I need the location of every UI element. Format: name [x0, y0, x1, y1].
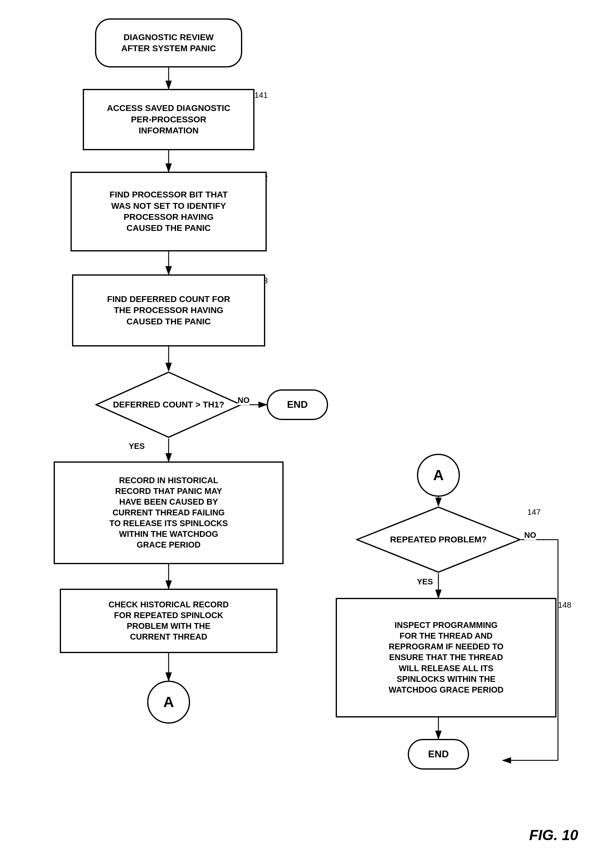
node-142: FIND PROCESSOR BIT THAT WAS NOT SET TO I…: [70, 172, 267, 251]
ref-141: 141: [254, 91, 268, 100]
node-147: REPEATED PROBLEM?: [356, 506, 521, 573]
end-node-1: END: [267, 389, 328, 420]
yes-label-147: YES: [417, 577, 433, 587]
node-142-label: FIND PROCESSOR BIT THAT WAS NOT SET TO I…: [109, 189, 228, 234]
node-145-label: RECORD IN HISTORICAL RECORD THAT PANIC M…: [109, 475, 228, 551]
ref-148: 148: [558, 600, 571, 610]
node-143-label: FIND DEFERRED COUNT FOR THE PROCESSOR HA…: [107, 294, 230, 327]
node-144-label: DEFERRED COUNT > TH1?: [113, 399, 224, 410]
end2-label: END: [428, 748, 449, 761]
diagram-container: DIAGNOSTIC REVIEW AFTER SYSTEM PANIC 141…: [0, 0, 615, 868]
node-148-label: INSPECT PROGRAMMING FOR THE THREAD AND R…: [389, 620, 504, 695]
start-label: DIAGNOSTIC REVIEW AFTER SYSTEM PANIC: [121, 32, 216, 54]
node-143: FIND DEFERRED COUNT FOR THE PROCESSOR HA…: [72, 275, 265, 347]
end1-label: END: [287, 398, 308, 411]
no-label-144: NO: [237, 395, 250, 405]
figure-label: FIG. 10: [529, 827, 578, 843]
node-145: RECORD IN HISTORICAL RECORD THAT PANIC M…: [54, 461, 284, 564]
connector-a-right-label: A: [433, 466, 444, 485]
node-147-label: REPEATED PROBLEM?: [390, 534, 487, 545]
ref-147: 147: [527, 507, 540, 517]
connector-a-left: A: [147, 681, 190, 724]
connector-a-right: A: [417, 454, 460, 497]
node-141: ACCESS SAVED DIAGNOSTIC PER-PROCESSOR IN…: [83, 89, 254, 150]
node-144: DEFERRED COUNT > TH1?: [95, 371, 242, 439]
node-146: CHECK HISTORICAL RECORD FOR REPEATED SPI…: [60, 589, 278, 653]
node-141-label: ACCESS SAVED DIAGNOSTIC PER-PROCESSOR IN…: [107, 103, 230, 136]
yes-label-144: YES: [129, 442, 145, 451]
node-146-label: CHECK HISTORICAL RECORD FOR REPEATED SPI…: [109, 599, 229, 642]
end-node-2: END: [408, 739, 469, 770]
connector-a-left-label: A: [164, 693, 174, 712]
start-node: DIAGNOSTIC REVIEW AFTER SYSTEM PANIC: [95, 19, 242, 67]
no-label-147: NO: [524, 531, 536, 540]
node-148: INSPECT PROGRAMMING FOR THE THREAD AND R…: [336, 598, 556, 717]
